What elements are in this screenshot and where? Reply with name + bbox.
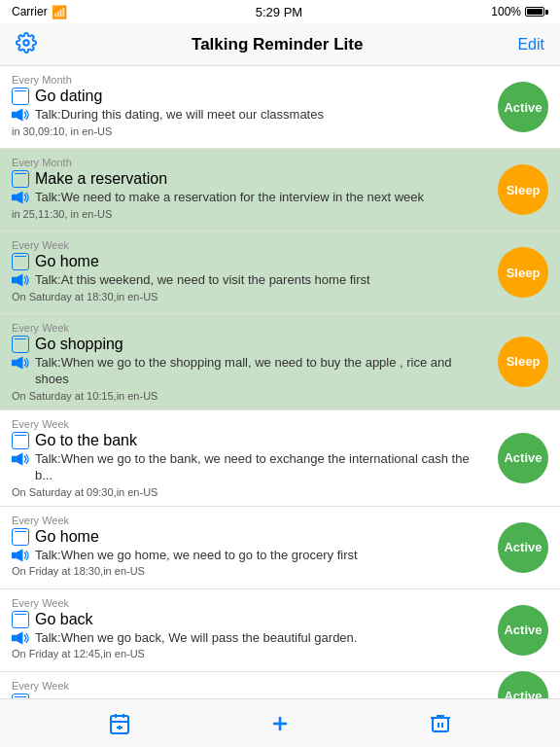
- delete-button[interactable]: [421, 704, 460, 743]
- toolbar: [0, 698, 560, 747]
- talk-row: Talk:During this dating, we will meet ou…: [12, 107, 548, 124]
- schedule-text: On Saturday at 09:30,in en-US: [12, 486, 548, 498]
- reminder-item[interactable]: Every Month Go dating Talk:During this d…: [0, 66, 560, 149]
- status-left: Carrier 📶: [12, 5, 67, 19]
- svg-rect-13: [12, 634, 17, 641]
- calendar-icon: [12, 611, 29, 628]
- title-row: Go dating: [12, 88, 548, 105]
- reminder-item[interactable]: Every Week Active: [0, 672, 560, 698]
- reminder-icon-button[interactable]: [100, 704, 139, 743]
- title-row: Go shopping: [12, 336, 548, 353]
- calendar-icon: [12, 88, 29, 105]
- speaker-icon: [12, 452, 29, 466]
- battery-icon: [525, 7, 548, 17]
- status-bar: Carrier 📶 5:29 PM 100%: [0, 0, 560, 23]
- reminder-item[interactable]: Every Week Go shopping Talk:When we go t…: [0, 314, 560, 410]
- frequency-label: Every Week: [12, 597, 548, 609]
- frequency-label: Every Month: [12, 157, 548, 168]
- title-row: Go home: [12, 253, 548, 270]
- speaker-icon: [12, 549, 29, 562]
- svg-marker-2: [17, 108, 23, 121]
- talk-row: Talk:At this weekend, we need to visit t…: [12, 272, 548, 289]
- frequency-label: Every Week: [12, 680, 548, 692]
- calendar-icon: [12, 336, 29, 353]
- talk-row: Talk:When we go to the bank, we need to …: [12, 451, 548, 484]
- svg-point-0: [23, 40, 29, 46]
- settings-button[interactable]: [16, 32, 37, 57]
- item-title: Go home: [35, 253, 99, 270]
- svg-marker-12: [17, 549, 23, 561]
- frequency-label: Every Week: [12, 418, 548, 430]
- talk-text: Talk:When we go to the shopping mall, we…: [35, 355, 480, 388]
- schedule-text: On Saturday at 10:15,in en-US: [12, 390, 548, 402]
- reminder-item[interactable]: Every Week Go home Talk:At this weekend,…: [0, 231, 560, 314]
- svg-rect-15: [111, 716, 128, 733]
- edit-button[interactable]: Edit: [517, 36, 544, 53]
- svg-marker-4: [17, 191, 23, 203]
- battery-label: 100%: [491, 5, 521, 18]
- svg-rect-11: [12, 551, 17, 558]
- item-title: Go home: [35, 528, 99, 546]
- status-badge: Sleep: [498, 337, 548, 387]
- status-badge: Active: [498, 433, 548, 483]
- svg-rect-7: [12, 360, 17, 367]
- title-row: Make a reservation: [12, 170, 548, 188]
- nav-title: Talking Reminder Lite: [192, 35, 363, 54]
- calendar-icon: [12, 170, 29, 188]
- carrier-label: Carrier: [12, 5, 48, 18]
- reminder-item[interactable]: Every Month Make a reservation Talk:We n…: [0, 149, 560, 231]
- frequency-label: Every Month: [12, 74, 548, 86]
- schedule-text: On Friday at 18:30,in en-US: [12, 565, 548, 577]
- schedule-text: in 25,11:30, in en-US: [12, 208, 548, 220]
- svg-rect-5: [12, 277, 17, 284]
- talk-row: Talk:When we go back, We will pass the b…: [12, 630, 548, 647]
- speaker-icon: [12, 191, 29, 204]
- title-row: Go back: [12, 611, 548, 628]
- title-row: [12, 694, 548, 698]
- svg-marker-14: [17, 631, 23, 644]
- status-badge: Active: [498, 522, 548, 573]
- item-title: Go to the bank: [35, 432, 137, 449]
- schedule-text: in 30,09:10, in en-US: [12, 125, 548, 137]
- reminder-item[interactable]: Every Week Go back Talk:When we go back,…: [0, 589, 560, 672]
- talk-row: Talk:When we go to the shopping mall, we…: [12, 355, 548, 388]
- talk-row: Talk:When we go home, we need to go to t…: [12, 548, 548, 564]
- status-badge: Sleep: [498, 164, 548, 215]
- talk-row: Talk:We need to make a reservation for t…: [12, 190, 548, 206]
- svg-rect-23: [433, 718, 448, 731]
- schedule-text: On Saturday at 18:30,in en-US: [12, 291, 548, 302]
- nav-bar: Talking Reminder Lite Edit: [0, 23, 560, 66]
- title-row: Go to the bank: [12, 432, 548, 449]
- item-title: Go shopping: [35, 336, 123, 353]
- svg-marker-6: [17, 273, 23, 286]
- status-badge: Active: [498, 671, 548, 698]
- calendar-icon: [12, 694, 29, 698]
- talk-text: Talk:When we go to the bank, we need to …: [35, 451, 480, 484]
- frequency-label: Every Week: [12, 515, 548, 526]
- title-row: Go home: [12, 528, 548, 546]
- item-title: Go dating: [35, 88, 102, 105]
- talk-text: Talk:During this dating, we will meet ou…: [35, 107, 324, 124]
- reminder-item[interactable]: Every Week Go home Talk:When we go home,…: [0, 507, 560, 589]
- talk-text: Talk:At this weekend, we need to visit t…: [35, 272, 370, 289]
- speaker-icon: [12, 108, 29, 122]
- frequency-label: Every Week: [12, 239, 548, 251]
- item-title: Make a reservation: [35, 170, 167, 188]
- reminder-item[interactable]: Every Week Go to the bank Talk:When we g…: [0, 410, 560, 507]
- status-right: 100%: [491, 5, 548, 18]
- speaker-icon: [12, 273, 29, 287]
- schedule-text: On Friday at 12:45,in en-US: [12, 648, 548, 659]
- calendar-icon: [12, 432, 29, 449]
- speaker-icon: [12, 631, 29, 645]
- talk-text: Talk:When we go back, We will pass the b…: [35, 630, 357, 647]
- item-title: Go back: [35, 611, 93, 628]
- svg-marker-8: [17, 356, 23, 369]
- svg-rect-9: [12, 456, 17, 463]
- status-time: 5:29 PM: [256, 5, 302, 19]
- add-button[interactable]: [261, 704, 299, 743]
- speaker-icon: [12, 356, 29, 370]
- talk-text: Talk:We need to make a reservation for t…: [35, 190, 424, 206]
- calendar-icon: [12, 528, 29, 546]
- frequency-label: Every Week: [12, 322, 548, 334]
- status-badge: Sleep: [498, 247, 548, 298]
